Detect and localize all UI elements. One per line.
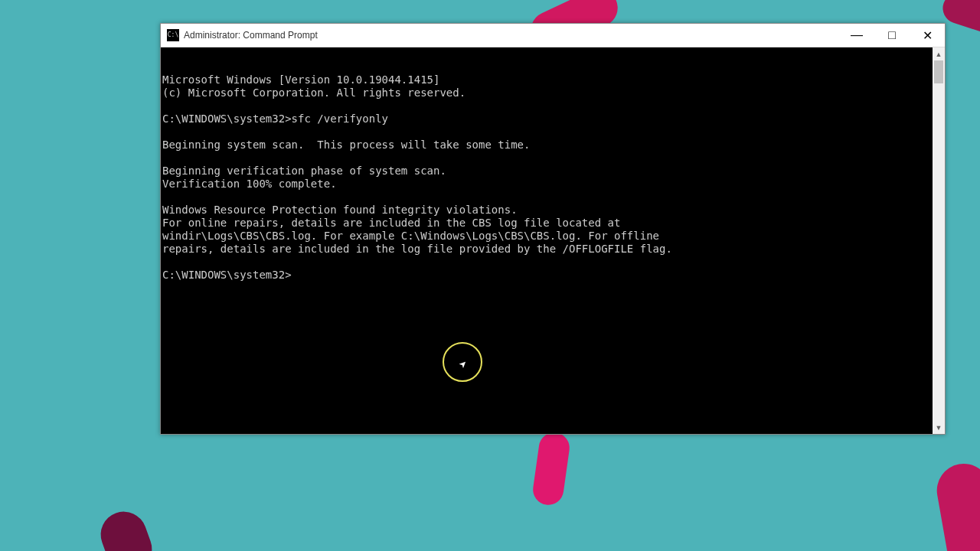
cmd-window: C:\ Administrator: Command Prompt — □ ✕ … <box>160 23 946 435</box>
vertical-scrollbar[interactable]: ▲ ▼ <box>933 47 945 434</box>
terminal-output[interactable]: Microsoft Windows [Version 10.0.19044.14… <box>161 47 933 434</box>
scrollbar-thumb[interactable] <box>934 60 943 83</box>
close-icon: ✕ <box>923 28 933 43</box>
titlebar[interactable]: C:\ Administrator: Command Prompt — □ ✕ <box>161 24 945 47</box>
desktop: C:\ Administrator: Command Prompt — □ ✕ … <box>0 0 980 551</box>
client-area: Microsoft Windows [Version 10.0.19044.14… <box>161 47 945 434</box>
minimize-icon: — <box>851 28 863 42</box>
scroll-up-button[interactable]: ▲ <box>933 47 945 60</box>
cmd-icon: C:\ <box>167 29 179 41</box>
chevron-up-icon: ▲ <box>936 51 942 58</box>
scrollbar-track[interactable] <box>933 60 945 421</box>
wallpaper-stroke <box>94 505 158 551</box>
minimize-button[interactable]: — <box>839 24 874 47</box>
close-button[interactable]: ✕ <box>910 24 945 47</box>
terminal-text: Microsoft Windows [Version 10.0.19044.14… <box>161 73 933 282</box>
wallpaper-stroke <box>531 431 572 507</box>
maximize-icon: □ <box>888 28 896 42</box>
wallpaper-stroke <box>933 459 980 551</box>
scroll-down-button[interactable]: ▼ <box>933 421 945 434</box>
chevron-down-icon: ▼ <box>936 424 942 432</box>
maximize-button[interactable]: □ <box>874 24 910 47</box>
window-title: Administrator: Command Prompt <box>184 30 318 41</box>
